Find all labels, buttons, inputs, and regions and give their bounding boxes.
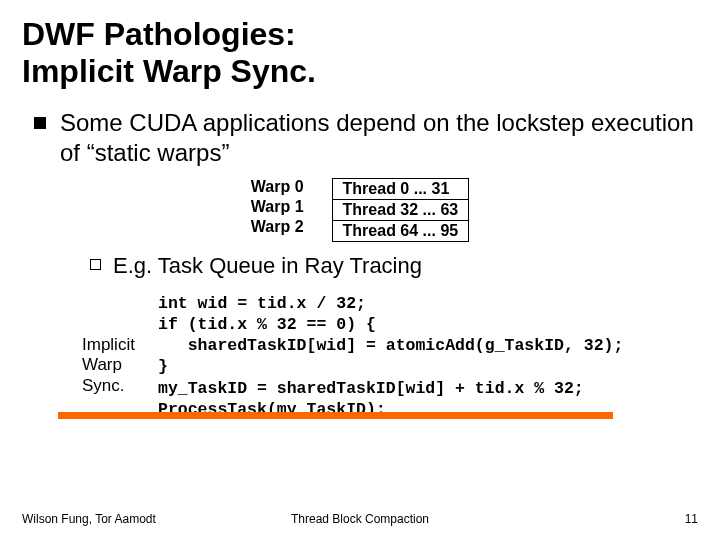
code-label-l3: Sync. bbox=[82, 376, 125, 395]
footer-title: Thread Block Compaction bbox=[22, 512, 698, 526]
slide-title: DWF Pathologies: Implicit Warp Sync. bbox=[22, 16, 698, 90]
thread-row: Thread 64 ... 95 bbox=[333, 221, 469, 241]
highlight-bar bbox=[58, 412, 613, 419]
title-line1: DWF Pathologies: bbox=[22, 16, 296, 52]
code-line: } bbox=[158, 357, 168, 376]
code-line: sharedTaskID[wid] = atomicAdd(g_TaskID, … bbox=[158, 336, 623, 355]
thread-row: Thread 0 ... 31 bbox=[333, 179, 469, 200]
square-bullet-icon bbox=[34, 117, 46, 129]
warp-label: Warp 0 bbox=[251, 178, 304, 196]
bullet-level2: E.g. Task Queue in Ray Tracing bbox=[22, 252, 698, 280]
thread-row: Thread 32 ... 63 bbox=[333, 200, 469, 221]
warp-label: Warp 2 bbox=[251, 218, 304, 236]
code-label-l1: Implicit bbox=[82, 335, 135, 354]
thread-ranges: Thread 0 ... 31 Thread 32 ... 63 Thread … bbox=[332, 178, 470, 242]
slide: DWF Pathologies: Implicit Warp Sync. Som… bbox=[0, 0, 720, 540]
hollow-square-bullet-icon bbox=[90, 259, 101, 270]
bullet-level1: Some CUDA applications depend on the loc… bbox=[22, 108, 698, 168]
slide-footer: Wilson Fung, Tor Aamodt Thread Block Com… bbox=[22, 512, 698, 526]
title-line2: Implicit Warp Sync. bbox=[22, 53, 316, 89]
warp-thread-table: Warp 0 Warp 1 Warp 2 Thread 0 ... 31 Thr… bbox=[22, 178, 698, 242]
code-side-label: Implicit Warp Sync. bbox=[82, 293, 144, 420]
bullet1-text: Some CUDA applications depend on the loc… bbox=[60, 108, 698, 168]
code-line: if (tid.x % 32 == 0) { bbox=[158, 315, 376, 334]
warp-labels: Warp 0 Warp 1 Warp 2 bbox=[251, 178, 304, 242]
warp-label: Warp 1 bbox=[251, 198, 304, 216]
code-line: my_TaskID = sharedTaskID[wid] + tid.x % … bbox=[158, 379, 584, 398]
bullet2-text: E.g. Task Queue in Ray Tracing bbox=[113, 252, 422, 280]
code-label-l2: Warp bbox=[82, 355, 122, 374]
code-block: int wid = tid.x / 32; if (tid.x % 32 == … bbox=[158, 293, 623, 420]
code-area: Implicit Warp Sync. int wid = tid.x / 32… bbox=[22, 293, 698, 420]
code-line: int wid = tid.x / 32; bbox=[158, 294, 366, 313]
